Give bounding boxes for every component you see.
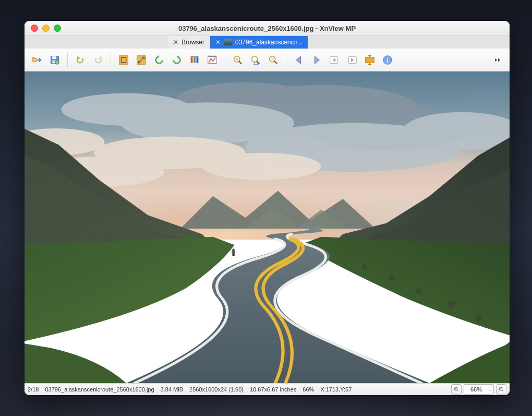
zoom-in-button[interactable] — [231, 53, 245, 67]
status-print-size: 10.67x6.67 inches — [250, 386, 296, 393]
status-bar: 2/18 03796_alaskanscenicroute_2560x1600.… — [25, 383, 510, 395]
toolbar-separator — [67, 53, 68, 67]
tab-browser[interactable]: ✕ Browser — [168, 36, 210, 49]
close-tab-icon[interactable]: ✕ — [173, 39, 178, 46]
status-zoom-out-button[interactable] — [496, 384, 506, 395]
crop-button[interactable] — [116, 53, 131, 67]
minimize-window-button[interactable] — [42, 25, 50, 32]
status-cursor-pos: X:1713,Y:57 — [320, 386, 352, 393]
resize-button[interactable] — [134, 53, 149, 67]
toolbar-separator — [111, 53, 111, 67]
status-zoom-in-button[interactable] — [451, 384, 462, 395]
svg-rect-20 — [366, 57, 374, 63]
svg-point-39 — [362, 264, 367, 269]
levels-button[interactable] — [205, 53, 220, 67]
svg-point-34 — [202, 153, 321, 180]
color-adjust-button[interactable] — [187, 53, 202, 67]
window-title: 03796_alaskanscenicroute_2560x1600.jpg -… — [25, 25, 510, 32]
fullscreen-button[interactable] — [362, 53, 377, 67]
svg-rect-3 — [52, 56, 56, 60]
svg-rect-12 — [197, 57, 199, 63]
tab-bar: ✕ Browser ✕ 03796_alaskanscenicr... — [25, 36, 510, 49]
status-image-index: 2/18 — [28, 386, 39, 393]
svg-rect-1 — [32, 57, 35, 59]
svg-text:?: ? — [56, 61, 58, 64]
browser-button[interactable] — [30, 53, 44, 67]
prev-image-button[interactable] — [292, 53, 306, 67]
tab-image-active[interactable]: ✕ 03796_alaskanscenicr... — [210, 36, 308, 49]
svg-rect-38 — [232, 251, 235, 253]
svg-point-29 — [61, 93, 191, 126]
undo-button[interactable] — [73, 53, 88, 67]
rotate-right-button[interactable] — [170, 53, 184, 67]
info-button[interactable]: i — [380, 53, 395, 67]
app-window: 03796_alaskanscenicroute_2560x1600.jpg -… — [25, 21, 510, 395]
tab-label: Browser — [182, 39, 204, 46]
rotate-left-button[interactable] — [152, 53, 166, 67]
next-image-button[interactable] — [309, 53, 324, 67]
svg-point-43 — [475, 315, 481, 321]
image-viewport[interactable] — [25, 72, 510, 383]
svg-rect-10 — [191, 57, 193, 63]
first-image-button[interactable] — [327, 53, 342, 67]
svg-point-42 — [448, 301, 455, 308]
tab-label: 03796_alaskanscenicr... — [235, 39, 303, 46]
close-window-button[interactable] — [31, 25, 38, 32]
zoom-level-field[interactable]: 66% — [464, 384, 494, 395]
svg-rect-11 — [194, 57, 196, 63]
toolbar-separator — [225, 53, 225, 67]
status-filename: 03796_alaskanscenicroute_2560x1600.jpg — [45, 386, 154, 393]
status-dimensions: 2560x1600x24 (1.60) — [189, 386, 244, 393]
maximize-window-button[interactable] — [54, 25, 61, 32]
traffic-lights — [31, 25, 61, 32]
svg-point-41 — [416, 288, 421, 293]
titlebar[interactable]: 03796_alaskanscenicroute_2560x1600.jpg -… — [25, 21, 510, 36]
redo-button[interactable] — [91, 53, 105, 67]
desktop-background: 03796_alaskanscenicroute_2560x1600.jpg -… — [0, 0, 532, 416]
zoom-actual-button[interactable]: 1:1 — [248, 53, 263, 67]
svg-point-40 — [389, 274, 395, 280]
save-button[interactable]: ? — [47, 53, 62, 67]
displayed-image — [25, 72, 510, 383]
svg-text:1:1: 1:1 — [253, 62, 259, 65]
close-tab-icon[interactable]: ✕ — [215, 39, 221, 46]
toolbar: ? 1:1 i — [25, 49, 510, 72]
toolbar-separator — [286, 53, 286, 67]
status-filesize: 3.84 MiB — [161, 386, 183, 393]
status-zoom: 66% — [303, 386, 314, 393]
zoom-controls: 66% — [451, 384, 506, 395]
tab-thumbnail-icon — [224, 39, 232, 45]
last-image-button[interactable] — [345, 53, 359, 67]
svg-rect-7 — [119, 56, 128, 65]
toolbar-overflow-button[interactable] — [492, 54, 504, 66]
zoom-out-button[interactable] — [266, 53, 281, 67]
